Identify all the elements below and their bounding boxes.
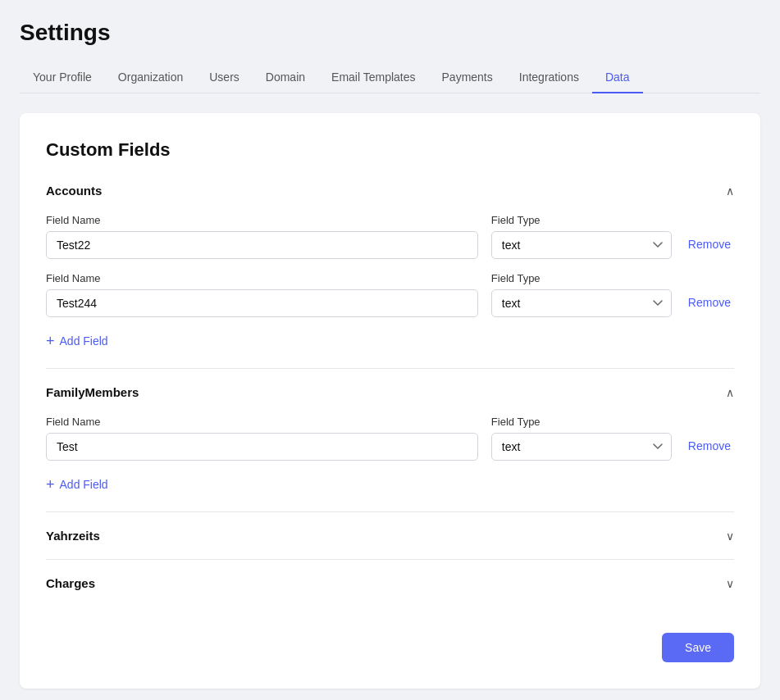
tab-email-templates[interactable]: Email Templates (318, 62, 428, 93)
navigation-tabs: Your Profile Organization Users Domain E… (20, 62, 760, 93)
accounts-field-name-input-1[interactable] (46, 231, 478, 259)
section-yahrzeits-title: Yahrzeits (46, 529, 100, 543)
section-charges-header[interactable]: Charges ∨ (46, 576, 734, 590)
tab-domain[interactable]: Domain (253, 62, 318, 93)
add-field-label-2: Add Field (60, 478, 108, 491)
section-yahrzeits: Yahrzeits ∨ (46, 511, 734, 559)
accounts-field-name-group-2: Field Name (46, 272, 478, 317)
family-field-type-select-1[interactable]: text number date boolean (491, 433, 672, 461)
section-accounts: Accounts ∧ Field Name Field Type text nu… (46, 184, 734, 368)
save-row: Save (46, 626, 734, 662)
family-field-name-group-1: Field Name (46, 416, 478, 461)
tab-data[interactable]: Data (592, 62, 643, 93)
tab-integrations[interactable]: Integrations (506, 62, 592, 93)
family-remove-button-1[interactable]: Remove (685, 433, 734, 459)
chevron-down-icon-2: ∨ (726, 577, 734, 590)
field-type-label-2: Field Type (491, 272, 672, 284)
plus-icon-2: + (46, 477, 55, 492)
field-type-label-1: Field Type (491, 214, 672, 226)
family-field-type-group-1: Field Type text number date boolean (491, 416, 672, 461)
accounts-field-name-group-1: Field Name (46, 214, 478, 259)
tab-payments[interactable]: Payments (429, 62, 506, 93)
family-field-type-label-1: Field Type (491, 416, 672, 428)
chevron-up-icon-2: ∧ (726, 386, 734, 399)
family-add-field-button[interactable]: + Add Field (46, 474, 108, 495)
accounts-field-row-2: Field Name Field Type text number date b… (46, 272, 734, 317)
accounts-field-type-select-1[interactable]: text number date boolean (491, 231, 672, 259)
accounts-field-name-input-2[interactable] (46, 289, 478, 317)
section-yahrzeits-header[interactable]: Yahrzeits ∨ (46, 529, 734, 543)
accounts-field-type-group-1: Field Type text number date boolean (491, 214, 672, 259)
family-field-name-input-1[interactable] (46, 433, 478, 461)
field-name-label-1: Field Name (46, 214, 478, 226)
section-accounts-title: Accounts (46, 184, 102, 198)
accounts-remove-button-2[interactable]: Remove (685, 289, 734, 316)
accounts-field-type-select-2[interactable]: text number date boolean (491, 289, 672, 317)
section-charges-title: Charges (46, 576, 95, 590)
section-family-members: FamilyMembers ∧ Field Name Field Type te… (46, 368, 734, 511)
accounts-add-field-button[interactable]: + Add Field (46, 330, 108, 352)
accounts-field-type-group-2: Field Type text number date boolean (491, 272, 672, 317)
save-button[interactable]: Save (662, 633, 734, 662)
plus-icon: + (46, 334, 55, 348)
tab-users[interactable]: Users (196, 62, 253, 93)
tab-organization[interactable]: Organization (105, 62, 196, 93)
section-charges: Charges ∨ (46, 559, 734, 607)
section-accounts-header[interactable]: Accounts ∧ (46, 184, 734, 198)
section-family-members-header[interactable]: FamilyMembers ∧ (46, 385, 734, 399)
family-field-row-1: Field Name Field Type text number date b… (46, 416, 734, 461)
page-title: Settings (20, 20, 760, 46)
card-title: Custom Fields (46, 139, 734, 161)
chevron-up-icon: ∧ (726, 184, 734, 198)
chevron-down-icon-1: ∨ (726, 530, 734, 543)
custom-fields-card: Custom Fields Accounts ∧ Field Name Fiel… (20, 113, 760, 689)
field-name-label-2: Field Name (46, 272, 478, 284)
family-field-name-label-1: Field Name (46, 416, 478, 428)
add-field-label: Add Field (60, 334, 108, 348)
tab-your-profile[interactable]: Your Profile (20, 62, 105, 93)
accounts-field-row-1: Field Name Field Type text number date b… (46, 214, 734, 259)
section-family-members-title: FamilyMembers (46, 385, 139, 399)
accounts-remove-button-1[interactable]: Remove (685, 231, 734, 257)
